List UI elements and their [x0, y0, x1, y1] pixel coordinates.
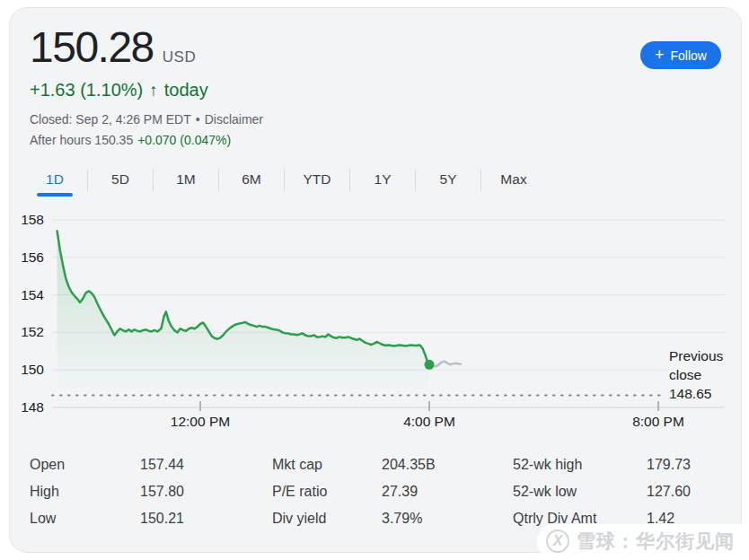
stat-row-open: Open157.44: [30, 455, 184, 474]
stat-value: 127.60: [647, 482, 691, 501]
stat-row-52wk-low: 52-wk low127.60: [513, 482, 691, 501]
change-period: today: [164, 80, 208, 101]
stat-label: High: [30, 482, 140, 501]
previous-close-label: Previous close 148.65: [669, 346, 737, 403]
market-status-row: Closed: Sep 2, 4:26 PM EDT•Disclaimer: [30, 112, 263, 127]
tab-label: 5D: [111, 171, 129, 187]
stat-label: 52-wk high: [513, 455, 647, 474]
tab-label: 5Y: [440, 171, 457, 187]
follow-button-label: Follow: [671, 48, 707, 63]
tab-label: 1D: [46, 171, 64, 187]
change-value: +1.63 (1.10%): [30, 80, 143, 101]
stat-value: 150.21: [140, 509, 184, 528]
watermark-text: 雪球：华尔街见闻: [577, 529, 735, 554]
stat-row-pe: P/E ratio27.39: [272, 482, 436, 501]
time-range-tabs: 1D 5D 1M 6M YTD 1Y 5Y Max: [22, 168, 546, 197]
after-hours-row: After hours 150.35+0.070 (0.047%): [30, 133, 231, 147]
plus-icon: +: [655, 46, 665, 65]
tab-5d[interactable]: 5D: [88, 168, 153, 197]
tab-label: 1M: [176, 171, 196, 187]
market-status: Closed: Sep 2, 4:26 PM EDT: [30, 112, 191, 127]
watermark: X 雪球：华尔街见闻: [537, 524, 749, 558]
tab-6m[interactable]: 6M: [219, 168, 284, 197]
y-axis-label: 150: [10, 362, 44, 378]
disclaimer-link[interactable]: Disclaimer: [205, 112, 263, 127]
tab-1y[interactable]: 1Y: [350, 168, 415, 197]
stat-row-52wk-high: 52-wk high179.73: [513, 455, 691, 474]
y-axis-label: 158: [10, 212, 44, 228]
previous-close-value: 148.65: [669, 384, 737, 403]
stat-label: Mkt cap: [272, 455, 382, 474]
stat-value: 179.73: [647, 455, 691, 474]
tab-1m[interactable]: 1M: [154, 168, 218, 197]
after-hours-price: After hours 150.35: [30, 133, 133, 147]
tab-ytd[interactable]: YTD: [285, 168, 349, 197]
current-price: 150.28: [30, 22, 154, 73]
stat-label: Open: [30, 455, 140, 474]
stats-column-1: Open157.44 High157.80 Low150.21: [30, 455, 184, 536]
stats-column-2: Mkt cap204.35B P/E ratio27.39 Div yield3…: [272, 455, 436, 536]
previous-close-text: Previous close: [669, 346, 737, 384]
tab-label: 6M: [242, 171, 261, 187]
stat-label: Div yield: [272, 509, 382, 528]
stat-row-divyield: Div yield3.79%: [272, 509, 436, 528]
x-axis-label: 12:00 PM: [160, 414, 241, 430]
stat-label: P/E ratio: [272, 482, 382, 501]
price-row: 150.28 USD: [30, 22, 196, 73]
stat-row-low: Low150.21: [30, 509, 184, 528]
currency-label: USD: [163, 48, 196, 66]
dot-separator: •: [196, 112, 200, 127]
price-change: +1.63 (1.10%) ↑ today: [30, 80, 208, 101]
y-axis-label: 156: [10, 249, 44, 266]
stat-value: 204.35B: [382, 455, 436, 474]
tab-label: 1Y: [374, 171, 392, 187]
follow-button[interactable]: + Follow: [640, 41, 721, 69]
stat-label: 52-wk low: [513, 482, 647, 501]
tab-label: YTD: [304, 171, 331, 187]
stat-label: Low: [30, 509, 140, 528]
last-trade-dot: [425, 360, 435, 370]
active-tab-indicator: [37, 193, 73, 197]
x-axis-label: 4:00 PM: [389, 414, 470, 430]
tab-5y[interactable]: 5Y: [416, 168, 480, 197]
tab-label: Max: [500, 171, 526, 187]
stat-value: 157.80: [140, 482, 184, 501]
tab-max[interactable]: Max: [481, 168, 546, 197]
stat-value: 3.79%: [382, 509, 422, 528]
x-axis-label: 8:00 PM: [618, 414, 699, 430]
stat-value: 157.44: [140, 455, 184, 474]
stat-row-mktcap: Mkt cap204.35B: [272, 455, 436, 474]
stat-row-high: High157.80: [30, 482, 184, 501]
stock-quote-card: 150.28 USD +1.63 (1.10%) ↑ today Closed:…: [9, 7, 742, 553]
y-axis-label: 154: [10, 287, 44, 303]
up-arrow-icon: ↑: [149, 81, 158, 101]
y-axis-label: 148: [10, 399, 44, 416]
xueqiu-logo-icon: X: [546, 529, 569, 553]
stat-value: 27.39: [382, 482, 418, 501]
y-axis-label: 152: [10, 324, 44, 340]
after-hours-change: +0.070 (0.047%): [137, 133, 231, 147]
tab-1d[interactable]: 1D: [22, 168, 87, 197]
